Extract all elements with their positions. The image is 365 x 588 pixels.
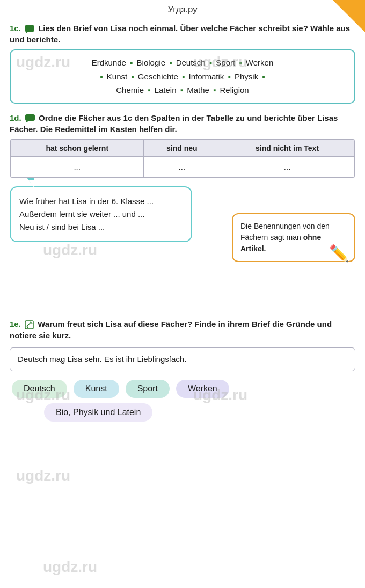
info-box-bold: ohne Artikel. xyxy=(240,233,321,253)
info-box-orange: Die Benennungen von den Fächern sagt man… xyxy=(232,213,355,262)
svg-line-7 xyxy=(27,326,28,328)
tag-deutsch[interactable]: Deutsch xyxy=(12,380,67,398)
tag-kunst[interactable]: Kunst xyxy=(74,380,119,398)
cell-1: ... xyxy=(11,156,144,177)
word-kunst: Kunst xyxy=(107,72,127,81)
speech-line-3: Neu ist / sind bei Lisa ... xyxy=(19,221,182,234)
word-chemie: Chemie xyxy=(116,85,144,95)
tag-sport[interactable]: Sport xyxy=(126,380,170,398)
speech-bubble-container: Wie früher hat Lisa in der 6. Klasse ...… xyxy=(10,186,355,310)
corner-decoration xyxy=(333,0,365,32)
speech-line-1: Wie früher hat Lisa in der 6. Klasse ... xyxy=(19,195,182,208)
instruction-1e: 1e. Warum freut sich Lisa auf diese Fäch… xyxy=(10,318,355,341)
svg-marker-3 xyxy=(26,121,29,122)
label-1c: 1c. xyxy=(10,24,21,33)
instruction-1c: 1c. Lies den Brief von Lisa noch einmal.… xyxy=(10,23,355,45)
word-mathe: Mathe xyxy=(187,85,209,95)
watermark-7: ugdz.ru xyxy=(43,558,97,576)
speech-icon-1d xyxy=(25,114,35,122)
svg-marker-1 xyxy=(26,32,28,33)
tag-bio-physik-latein[interactable]: Bio, Physik und Latein xyxy=(44,403,152,422)
answer-text: Deutsch mag Lisa sehr. Es ist ihr Liebli… xyxy=(18,354,186,364)
word-religion: Religion xyxy=(220,85,249,95)
svg-line-5 xyxy=(27,322,31,326)
page-header: Угдз.ру xyxy=(0,0,365,17)
site-title: Угдз.ру xyxy=(167,4,198,14)
tags-row-1: Deutsch Kunst Sport Werken xyxy=(10,380,355,398)
word-geschichte: Geschichte xyxy=(138,72,178,81)
word-latein: Latein xyxy=(155,85,177,95)
word-erdkunde: Erdkunde xyxy=(92,58,126,67)
word-deutsch: Deutsch xyxy=(176,58,206,67)
pencil-icon-1e xyxy=(25,320,34,329)
watermark-6: ugdz.ru xyxy=(16,467,70,484)
col-header-2: sind neu xyxy=(144,140,220,156)
section-1d: 1d. Ordne die Fächer aus 1c den Spalten … xyxy=(10,112,355,178)
instruction-text-1d: Ordne die Fächer aus 1c den Spalten in d… xyxy=(10,113,338,134)
section-1e: 1e. Warum freut sich Lisa auf diese Fäch… xyxy=(10,318,355,341)
word-werken: Werken xyxy=(246,58,273,67)
word-informatik: Informatik xyxy=(189,72,224,81)
label-1d: 1d. xyxy=(10,113,21,122)
info-box-text: Die Benennungen von den Fächern sagt man… xyxy=(240,222,330,253)
word-biologie: Biologie xyxy=(137,58,165,67)
section-1c: 1c. Lies den Brief von Lisa noch einmal.… xyxy=(10,23,355,104)
instruction-1d: 1d. Ordne die Fächer aus 1c den Spalten … xyxy=(10,112,355,135)
tags-row-2: Bio, Physik und Latein xyxy=(10,403,355,422)
instruction-text-1c: Lies den Brief von Lisa noch einmal. Übe… xyxy=(10,24,350,44)
speech-icon-1c xyxy=(25,25,34,33)
word-sport: Sport xyxy=(216,58,235,67)
table-1d: hat schon gelernt sind neu sind nicht im… xyxy=(10,139,355,178)
pencil-icon: ✏️ xyxy=(329,241,349,265)
col-header-1: hat schon gelernt xyxy=(11,140,144,156)
word-physik: Physik xyxy=(235,72,258,81)
tag-werken[interactable]: Werken xyxy=(176,380,229,398)
svg-rect-0 xyxy=(25,25,34,32)
label-1e: 1e. xyxy=(10,320,21,329)
cell-3: ... xyxy=(220,156,355,177)
word-box-1c: Erdkunde ▪ Biologie ▪ Deutsch ▪ Sport ▪ … xyxy=(10,49,355,104)
speech-line-2: Außerdem lernt sie weiter ... und ... xyxy=(19,208,182,221)
cell-2: ... xyxy=(144,156,220,177)
table-row: ... ... ... xyxy=(11,156,355,177)
answer-box: Deutsch mag Lisa sehr. Es ist ihr Liebli… xyxy=(10,347,355,372)
col-header-3: sind nicht im Text xyxy=(220,140,355,156)
svg-rect-2 xyxy=(25,114,35,121)
speech-bubble-main: Wie früher hat Lisa in der 6. Klasse ...… xyxy=(10,186,192,242)
instruction-text-1e: Warum freut sich Lisa auf diese Fächer? … xyxy=(10,320,332,340)
